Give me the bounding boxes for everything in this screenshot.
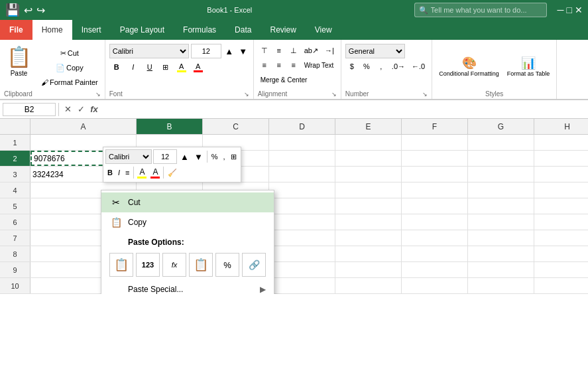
cell-g3[interactable] (468, 167, 534, 182)
cell-reference-box[interactable]: B2 (3, 103, 56, 116)
col-header-a[interactable]: A (30, 119, 137, 134)
cell-e2[interactable] (335, 151, 402, 166)
mini-eraser-btn[interactable]: 🧹 (166, 165, 179, 180)
col-header-f[interactable]: F (402, 119, 468, 134)
window-minimize[interactable]: ─ (558, 5, 564, 15)
context-paste-special[interactable]: Paste Special... ▶ (101, 279, 274, 294)
mini-font-increase[interactable]: ▲ (178, 149, 191, 164)
number-format-select[interactable]: General (345, 44, 405, 58)
underline-button[interactable]: U (143, 60, 157, 74)
tab-insert[interactable]: Insert (72, 20, 111, 40)
indent-increase-button[interactable]: →| (322, 44, 337, 57)
paste-button[interactable]: 📋 Paste (4, 44, 34, 78)
context-cut[interactable]: ✂ Cut (101, 192, 274, 212)
format-table-button[interactable]: 📊 Format as Table (504, 54, 552, 78)
align-right-button[interactable]: ≡ (287, 58, 300, 72)
format-painter-button[interactable]: 🖌 Format Painter (38, 76, 101, 89)
cell-g2[interactable] (468, 151, 534, 166)
quick-access-save[interactable]: 💾 (5, 3, 20, 17)
formula-cancel-button[interactable]: ✕ (62, 104, 74, 115)
font-color-button[interactable]: A (191, 60, 206, 74)
col-header-e[interactable]: E (335, 119, 402, 134)
formula-confirm-button[interactable]: ✓ (75, 104, 87, 115)
conditional-formatting-button[interactable]: 🎨 Conditional Formatting (436, 54, 502, 78)
quick-access-redo[interactable]: ↪ (36, 4, 45, 17)
paste-opt-percent[interactable]: % (215, 253, 239, 277)
context-copy[interactable]: 📋 Copy (101, 212, 274, 232)
font-increase-button[interactable]: ▲ (223, 45, 235, 57)
tell-me-search[interactable]: 🔍 (414, 3, 547, 17)
mini-percent-btn[interactable]: % (209, 149, 220, 164)
cell-g1[interactable] (468, 135, 534, 150)
col-header-h[interactable]: H (534, 119, 588, 134)
paste-opt-default[interactable]: 📋 (109, 253, 133, 277)
fill-color-button[interactable]: A (174, 60, 189, 74)
mini-comma-btn[interactable]: , (221, 149, 227, 164)
clipboard-expand[interactable]: ↘ (95, 91, 101, 98)
cell-d1[interactable] (269, 135, 335, 150)
tab-file[interactable]: File (0, 20, 32, 40)
merge-center-button[interactable]: Merge & Center (258, 73, 310, 86)
align-left-button[interactable]: ≡ (258, 58, 271, 72)
formula-input[interactable] (103, 105, 585, 114)
quick-access-undo[interactable]: ↩ (24, 4, 32, 17)
copy-button[interactable]: 📄 Copy (38, 61, 101, 74)
paste-opt-link[interactable]: 🔗 (242, 253, 266, 277)
function-button[interactable]: fx (88, 104, 100, 115)
mini-font-color-btn[interactable]: A (149, 165, 161, 180)
mini-align-btn[interactable]: ≡ (123, 165, 131, 180)
align-middle-button[interactable]: ≡ (272, 44, 286, 57)
tab-home[interactable]: Home (32, 20, 72, 40)
mini-highlight-btn[interactable]: A (136, 165, 148, 180)
cell-f2[interactable] (402, 151, 468, 166)
mini-bold-btn[interactable]: B (105, 165, 115, 180)
align-bottom-button[interactable]: ⊥ (287, 44, 300, 57)
col-header-d[interactable]: D (269, 119, 335, 134)
mini-italic-btn[interactable]: I (116, 165, 122, 180)
mini-font-size[interactable] (153, 149, 177, 164)
col-header-b[interactable]: B (137, 119, 203, 134)
window-close[interactable]: ✕ (575, 5, 583, 15)
cell-d3[interactable] (269, 167, 335, 182)
cell-h2[interactable] (534, 151, 588, 166)
decimal-increase-button[interactable]: .0→ (389, 60, 408, 73)
paste-opt-formula[interactable]: fx (162, 253, 186, 277)
tab-view[interactable]: View (306, 20, 341, 40)
paste-opt-clipboard[interactable]: 📋 (189, 253, 213, 277)
cell-h1[interactable] (534, 135, 588, 150)
bold-button[interactable]: B (109, 60, 124, 74)
cell-d2[interactable] (269, 151, 335, 166)
cut-button[interactable]: ✂ Cut (38, 46, 101, 60)
percent-button[interactable]: % (360, 60, 373, 73)
align-top-button[interactable]: ⊤ (258, 44, 271, 57)
font-decrease-button[interactable]: ▼ (237, 45, 249, 57)
number-expand[interactable]: ↘ (422, 91, 428, 98)
paste-opt-values[interactable]: 123 (136, 253, 160, 277)
cell-e1[interactable] (335, 135, 402, 150)
border-button[interactable]: ⊞ (159, 60, 172, 74)
font-size-input[interactable] (191, 44, 221, 58)
decimal-decrease-button[interactable]: ←.0 (409, 60, 428, 73)
tab-formulas[interactable]: Formulas (174, 20, 225, 40)
mini-font-select[interactable]: Calibri (105, 149, 152, 164)
align-center-button[interactable]: ≡ (272, 58, 286, 72)
font-name-select[interactable]: Calibri (109, 44, 189, 58)
cell-f1[interactable] (402, 135, 468, 150)
window-restore[interactable]: □ (567, 5, 572, 15)
orientation-button[interactable]: ab↗ (302, 44, 321, 57)
col-header-c[interactable]: C (203, 119, 269, 134)
alignment-expand[interactable]: ↘ (331, 91, 337, 98)
cell-f3[interactable] (402, 167, 468, 182)
comma-button[interactable]: , (375, 60, 388, 73)
font-expand[interactable]: ↘ (244, 91, 249, 98)
tab-page-layout[interactable]: Page Layout (111, 20, 174, 40)
cell-h3[interactable] (534, 167, 588, 182)
italic-button[interactable]: I (126, 60, 141, 74)
mini-font-decrease[interactable]: ▼ (192, 149, 205, 164)
mini-border-btn[interactable]: ⊞ (229, 149, 239, 164)
tab-data[interactable]: Data (225, 20, 261, 40)
tab-review[interactable]: Review (261, 20, 305, 40)
currency-button[interactable]: $ (345, 60, 359, 73)
col-header-g[interactable]: G (468, 119, 534, 134)
search-input[interactable] (431, 6, 537, 14)
